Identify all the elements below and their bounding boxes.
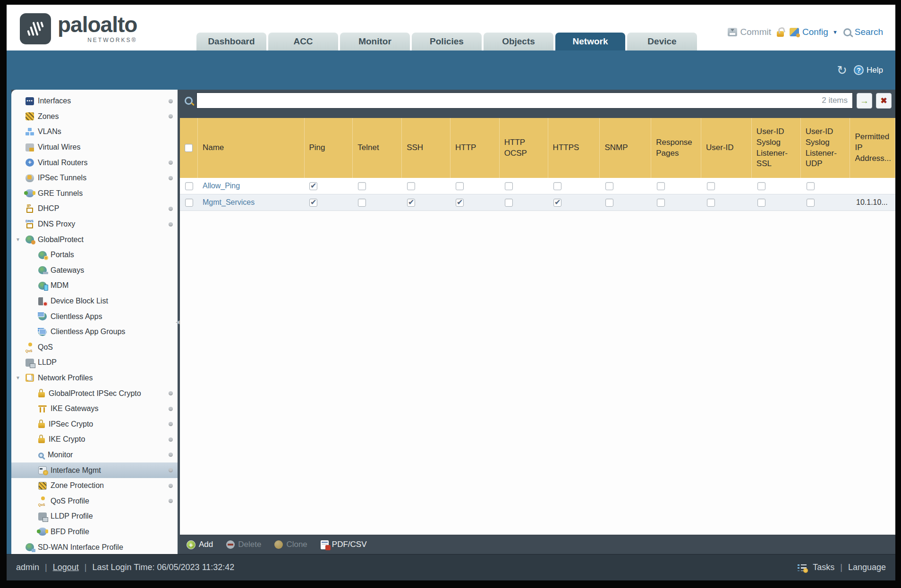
sidebar-item-interfaces[interactable]: Interfaces [11,93,178,109]
sidebar-item-virtual-wires[interactable]: Virtual Wires [11,140,178,155]
unlocked-padlock-icon[interactable] [777,31,784,37]
column-header-http_ocsp[interactable]: HTTP OCSP [500,118,548,178]
telnet-checkbox[interactable] [358,182,366,190]
tab-device[interactable]: Device [627,33,697,50]
profile-name-link[interactable]: Allow_Ping [203,182,240,190]
sidebar-item-globalprotect[interactable]: ▼GlobalProtect [11,232,178,247]
sidebar-item-dns-proxy[interactable]: DNS Proxy [11,217,178,232]
column-header-permitted_ip[interactable]: Permitted IP Address... [850,118,895,178]
config-menu-button[interactable]: Config ▼ [790,27,838,37]
sidebar-item-gre-tunnels[interactable]: GRE Tunnels [11,186,178,202]
filter-input[interactable] [202,92,822,109]
tab-objects[interactable]: Objects [484,33,553,50]
response_pages-checkbox[interactable] [657,182,665,190]
logout-link[interactable]: Logout [53,563,79,572]
http-checkbox[interactable] [456,199,464,207]
uid_syslog_udp-checkbox[interactable] [807,182,815,190]
table-row[interactable]: Allow_Ping [180,178,895,194]
tab-network[interactable]: Network [555,33,625,50]
ping-checkbox[interactable] [309,199,317,207]
sidebar-item-sd-wan-interface-profile[interactable]: SD-WAN Interface Profile [11,539,178,554]
collapse-sidebar-icon[interactable]: ◀ [176,319,179,325]
column-header-name[interactable]: Name [198,118,305,178]
sidebar-item-monitor[interactable]: Monitor [11,447,178,463]
tasks-button[interactable]: Tasks [813,563,834,572]
user_id-checkbox[interactable] [707,199,715,207]
ping-checkbox[interactable] [309,182,317,190]
sidebar-item-gateways[interactable]: Gateways [11,263,178,278]
ssh-checkbox[interactable] [407,182,415,190]
item-status-dot [169,437,173,442]
sidebar-item-zone-protection[interactable]: Zone Protection [11,478,178,494]
column-header-snmp[interactable]: SNMP [600,118,651,178]
sidebar-item-lldp[interactable]: LLDP [11,355,178,370]
sidebar-item-clientless-app-groups[interactable]: Clientless App Groups [11,324,178,340]
column-header-response_pages[interactable]: Response Pages [651,118,701,178]
clone-button[interactable]: Clone [274,540,307,549]
http_ocsp-checkbox[interactable] [505,182,513,190]
uid_syslog_ssl-checkbox[interactable] [757,199,765,207]
sidebar-item-clientless-apps[interactable]: Clientless Apps [11,309,178,324]
sidebar-item-ike-crypto[interactable]: IKE Crypto [11,432,178,447]
select-all-checkbox[interactable] [185,144,193,152]
column-header-uid_syslog_udp[interactable]: User-ID Syslog Listener-UDP [801,118,850,178]
sidebar-item-vlans[interactable]: VLANs [11,124,178,140]
column-header-telnet[interactable]: Telnet [353,118,402,178]
column-header-https[interactable]: HTTPS [548,118,600,178]
pdf-csv-button[interactable]: PDF/CSV [321,540,367,549]
sidebar-item-portals[interactable]: Portals [11,247,178,263]
sidebar-item-ipsec-tunnels[interactable]: IPSec Tunnels [11,170,178,186]
snmp-checkbox[interactable] [605,199,613,207]
apply-filter-button[interactable]: → [857,93,872,109]
commit-button[interactable]: Commit [728,27,771,37]
profiles-table: NamePingTelnetSSHHTTPHTTP OCSPHTTPSSNMPR… [180,118,895,554]
telnet-checkbox[interactable] [358,199,366,207]
column-header-user_id[interactable]: User-ID [701,118,752,178]
uid_syslog_ssl-checkbox[interactable] [757,182,765,190]
uid_syslog_udp-checkbox[interactable] [807,199,815,207]
column-header-ssh[interactable]: SSH [402,118,450,178]
https-checkbox[interactable] [553,182,561,190]
sidebar-item-device-block-list[interactable]: Device Block List [11,294,178,309]
sidebar-item-virtual-routers[interactable]: Virtual Routers [11,155,178,170]
sidebar-item-network-profiles[interactable]: ▼Network Profiles [11,370,178,386]
sidebar-item-ipsec-crypto[interactable]: IPSec Crypto [11,416,178,432]
column-header-ping[interactable]: Ping [305,118,353,178]
snmp-checkbox[interactable] [605,182,613,190]
tab-dashboard[interactable]: Dashboard [196,33,266,50]
sidebar-item-zones[interactable]: Zones [11,109,178,125]
profile-name-link[interactable]: Mgmt_Services [203,198,255,207]
tab-policies[interactable]: Policies [412,33,482,50]
row-select-checkbox[interactable] [185,199,193,207]
row-select-checkbox[interactable] [185,182,193,190]
sidebar-item-bfd-profile[interactable]: BFD Profile [11,524,178,540]
sidebar-item-dhcp[interactable]: DHCP [11,201,178,217]
search-button[interactable]: Search [843,27,883,37]
expand-triangle-icon[interactable]: ▼ [16,237,20,242]
sidebar-item-ike-gateways[interactable]: IKE Gateways [11,401,178,417]
ssh-checkbox[interactable] [407,199,415,207]
https-checkbox[interactable] [553,199,561,207]
table-row[interactable]: Mgmt_Services10.1.10... [180,194,895,211]
delete-button[interactable]: Delete [226,540,261,549]
sidebar-item-interface-mgmt[interactable]: Interface Mgmt [11,462,178,478]
column-header-uid_syslog_ssl[interactable]: User-ID Syslog Listener-SSL [752,118,801,178]
http-checkbox[interactable] [456,182,464,190]
column-header-http[interactable]: HTTP [450,118,500,178]
expand-triangle-icon[interactable]: ▼ [16,375,20,380]
http_ocsp-checkbox[interactable] [505,199,513,207]
add-button[interactable]: Add [187,540,213,549]
sidebar-item-globalprotect-ipsec-crypto[interactable]: GlobalProtect IPSec Crypto [11,386,178,401]
sidebar-item-qos[interactable]: QoS [11,340,178,355]
sidebar-item-lldp-profile[interactable]: LLDP Profile [11,509,178,524]
language-button[interactable]: Language [848,563,886,572]
tab-acc[interactable]: ACC [268,33,338,50]
sidebar-item-mdm[interactable]: MDM [11,278,178,294]
clear-filter-button[interactable]: ✖ [876,93,892,109]
user_id-checkbox[interactable] [707,182,715,190]
refresh-icon[interactable]: ↻ [837,64,847,76]
tab-monitor[interactable]: Monitor [340,33,410,50]
help-button[interactable]: ? Help [854,65,883,75]
response_pages-checkbox[interactable] [657,199,665,207]
sidebar-item-qos-profile[interactable]: QoS Profile [11,493,178,509]
